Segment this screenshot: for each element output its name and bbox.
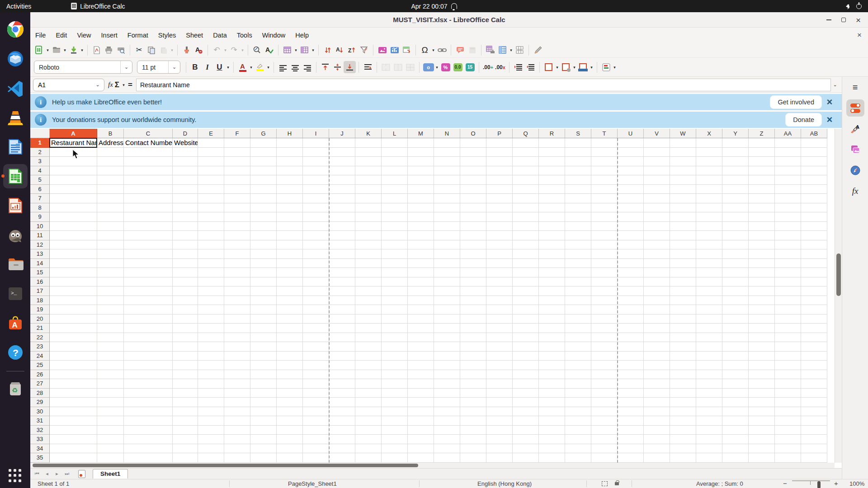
cell-Z5[interactable] <box>749 175 775 185</box>
cell-X25[interactable] <box>696 361 722 370</box>
cell-X10[interactable] <box>696 222 722 231</box>
cell-J29[interactable] <box>329 398 355 407</box>
hyperlink-button[interactable] <box>436 44 448 56</box>
cell-AB14[interactable] <box>801 259 827 268</box>
row-header-2[interactable]: 2 <box>30 148 50 157</box>
cell-AA26[interactable] <box>775 370 801 380</box>
cell-S9[interactable] <box>565 212 591 222</box>
cell-Q7[interactable] <box>513 194 539 203</box>
cell-U2[interactable] <box>618 148 644 157</box>
cell-L35[interactable] <box>382 453 408 463</box>
cell-O2[interactable] <box>460 148 486 157</box>
cell-W24[interactable] <box>670 352 696 361</box>
cell-M12[interactable] <box>408 240 434 250</box>
cell-Z28[interactable] <box>749 389 775 398</box>
cell-Z4[interactable] <box>749 166 775 176</box>
cell-N11[interactable] <box>434 231 460 240</box>
cell-T18[interactable] <box>591 296 618 305</box>
cell-U17[interactable] <box>618 286 644 296</box>
cell-K8[interactable] <box>355 203 382 213</box>
special-character-button[interactable]: Ω <box>419 44 431 56</box>
cell-R16[interactable] <box>539 277 565 287</box>
cell-W1[interactable] <box>670 138 696 148</box>
cell-L4[interactable] <box>382 166 408 176</box>
cell-AA8[interactable] <box>775 203 801 213</box>
cell-H23[interactable] <box>277 342 303 352</box>
cell-P15[interactable] <box>486 268 513 277</box>
cell-G26[interactable] <box>250 370 277 380</box>
cell-P10[interactable] <box>486 222 513 231</box>
cell-B12[interactable] <box>97 240 124 250</box>
vertical-scrollbar[interactable] <box>835 129 842 463</box>
cell-S29[interactable] <box>565 398 591 407</box>
cell-V8[interactable] <box>644 203 670 213</box>
open-button[interactable] <box>50 44 62 56</box>
cell-Y13[interactable] <box>722 249 749 259</box>
cell-R28[interactable] <box>539 389 565 398</box>
column-header-AB[interactable]: AB <box>801 129 827 138</box>
cell-X19[interactable] <box>696 305 722 314</box>
cell-J13[interactable] <box>329 249 355 259</box>
cell-E35[interactable] <box>198 453 224 463</box>
cell-Z12[interactable] <box>749 240 775 250</box>
cell-E32[interactable] <box>198 426 224 435</box>
cell-V29[interactable] <box>644 398 670 407</box>
cell-H22[interactable] <box>277 333 303 343</box>
cell-H18[interactable] <box>277 296 303 305</box>
cell-AA6[interactable] <box>775 185 801 194</box>
cell-L30[interactable] <box>382 407 408 417</box>
cell-Q14[interactable] <box>513 259 539 268</box>
cell-G25[interactable] <box>250 361 277 370</box>
cell-V24[interactable] <box>644 352 670 361</box>
cell-M11[interactable] <box>408 231 434 240</box>
cell-I29[interactable] <box>303 398 329 407</box>
cell-T15[interactable] <box>591 268 618 277</box>
cell-M28[interactable] <box>408 389 434 398</box>
cell-I8[interactable] <box>303 203 329 213</box>
cell-I4[interactable] <box>303 166 329 176</box>
cell-X15[interactable] <box>696 268 722 277</box>
cell-Y27[interactable] <box>722 379 749 389</box>
cell-O33[interactable] <box>460 435 486 444</box>
cell-C13[interactable] <box>124 249 173 259</box>
paste-button[interactable] <box>157 44 170 56</box>
column-header-A[interactable]: A <box>50 129 97 138</box>
cell-L6[interactable] <box>382 185 408 194</box>
cell-N28[interactable] <box>434 389 460 398</box>
cell-Q32[interactable] <box>513 426 539 435</box>
cell-N14[interactable] <box>434 259 460 268</box>
cell-C30[interactable] <box>124 407 173 417</box>
cell-K35[interactable] <box>355 453 382 463</box>
cell-C7[interactable] <box>124 194 173 203</box>
cell-X13[interactable] <box>696 249 722 259</box>
row-header-12[interactable]: 12 <box>30 240 50 250</box>
cell-D21[interactable] <box>173 324 198 333</box>
row-header-6[interactable]: 6 <box>30 185 50 194</box>
sidebar-functions-icon[interactable]: fx <box>846 183 864 200</box>
cell-A15[interactable] <box>50 268 97 277</box>
row-header-7[interactable]: 7 <box>30 194 50 203</box>
cell-U29[interactable] <box>618 398 644 407</box>
cell-AB17[interactable] <box>801 286 827 296</box>
cell-V13[interactable] <box>644 249 670 259</box>
last-sheet-button[interactable]: ⏭ <box>62 471 72 477</box>
cell-L11[interactable] <box>382 231 408 240</box>
cell-I31[interactable] <box>303 416 329 426</box>
cell-K28[interactable] <box>355 389 382 398</box>
cell-D26[interactable] <box>173 370 198 380</box>
cell-Z7[interactable] <box>749 194 775 203</box>
cell-T5[interactable] <box>591 175 618 185</box>
cell-R20[interactable] <box>539 314 565 324</box>
cell-R7[interactable] <box>539 194 565 203</box>
cell-L32[interactable] <box>382 426 408 435</box>
cell-O22[interactable] <box>460 333 486 343</box>
cell-B3[interactable] <box>97 157 124 166</box>
cell-U9[interactable] <box>618 212 644 222</box>
cell-E3[interactable] <box>198 157 224 166</box>
cell-A25[interactable] <box>50 361 97 370</box>
cell-N17[interactable] <box>434 286 460 296</box>
row-header-3[interactable]: 3 <box>30 157 50 166</box>
cell-P27[interactable] <box>486 379 513 389</box>
cell-E29[interactable] <box>198 398 224 407</box>
cell-AB9[interactable] <box>801 212 827 222</box>
